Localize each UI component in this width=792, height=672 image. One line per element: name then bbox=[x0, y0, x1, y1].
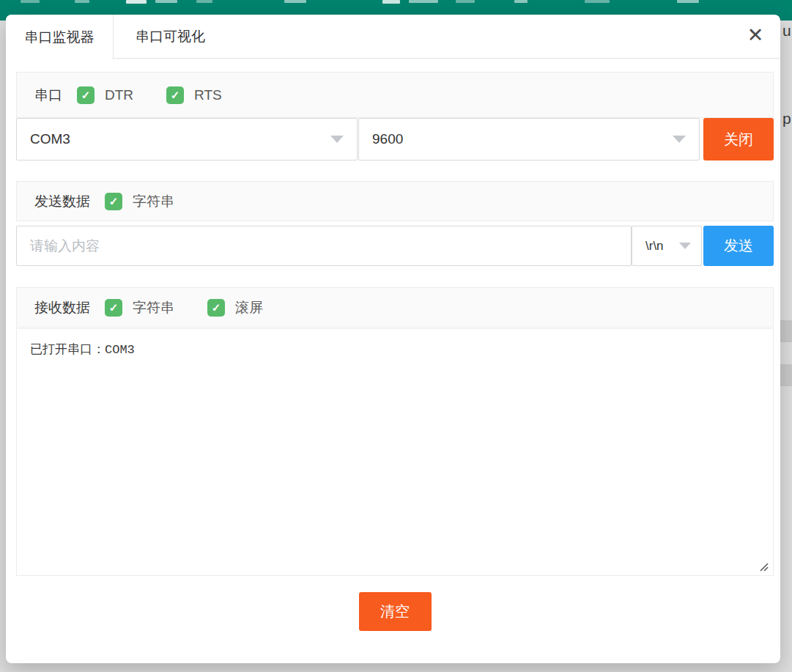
rts-checkbox[interactable]: ✓ bbox=[166, 86, 184, 104]
receive-log-port: COM3 bbox=[105, 343, 135, 357]
baud-select-value: 9600 bbox=[372, 131, 673, 147]
menubar-glyph-fragment bbox=[456, 0, 475, 3]
menubar-glyph-fragment bbox=[382, 0, 400, 4]
menubar-glyph-fragment bbox=[677, 0, 699, 3]
check-icon: ✓ bbox=[171, 89, 180, 102]
check-icon: ✓ bbox=[212, 301, 221, 314]
scroll-checkbox-label: 滚屏 bbox=[235, 298, 263, 317]
check-icon: ✓ bbox=[109, 301, 119, 314]
background-scrollbar-fragment bbox=[780, 364, 792, 386]
caret-down-icon bbox=[673, 136, 686, 143]
menubar-glyph-fragment bbox=[21, 0, 40, 3]
serial-monitor-dialog: 串口监视器 串口可视化 ✕ 串口 ✓ DTR ✓ RTS bbox=[6, 15, 780, 663]
receive-log-area[interactable]: 已打开串口：COM3 bbox=[16, 328, 774, 576]
menubar-glyph-fragment bbox=[585, 0, 610, 3]
menubar-glyph-fragment bbox=[284, 0, 306, 3]
send-string-checkbox-label: 字符串 bbox=[133, 192, 174, 211]
port-select-value: COM3 bbox=[30, 131, 330, 147]
tab-serial-visualization[interactable]: 串口可视化 bbox=[114, 15, 243, 58]
receive-section-label: 接收数据 bbox=[34, 298, 90, 317]
dtr-checkbox-group: ✓ DTR bbox=[77, 86, 133, 104]
serial-port-row: COM3 9600 关闭 bbox=[16, 118, 774, 160]
menubar-glyph-fragment bbox=[514, 0, 528, 3]
menubar-glyph-fragment bbox=[409, 0, 438, 3]
menubar-glyph-fragment bbox=[155, 0, 177, 3]
resize-handle-icon[interactable] bbox=[758, 561, 769, 572]
dtr-checkbox-label: DTR bbox=[105, 87, 133, 103]
send-string-checkbox[interactable]: ✓ bbox=[105, 193, 122, 210]
receive-section-header: 接收数据 ✓ 字符串 ✓ 滚屏 bbox=[16, 287, 774, 328]
close-icon: ✕ bbox=[747, 23, 764, 47]
send-string-checkbox-group: ✓ 字符串 bbox=[105, 192, 174, 211]
clear-button[interactable]: 清空 bbox=[359, 592, 432, 631]
serial-section-header: 串口 ✓ DTR ✓ RTS bbox=[16, 72, 774, 118]
menubar-glyph-fragment bbox=[75, 0, 89, 3]
serial-section-label: 串口 bbox=[34, 86, 62, 105]
baud-select[interactable]: 9600 bbox=[358, 118, 700, 160]
background-scrollbar-fragment bbox=[780, 320, 792, 342]
rts-checkbox-label: RTS bbox=[194, 87, 222, 103]
receive-string-checkbox-label: 字符串 bbox=[133, 298, 174, 317]
background-text-fragment: p bbox=[782, 110, 791, 128]
receive-string-checkbox[interactable]: ✓ bbox=[105, 299, 122, 317]
dialog-tabbar: 串口监视器 串口可视化 ✕ bbox=[6, 15, 780, 59]
scroll-checkbox-group: ✓ 滚屏 bbox=[207, 298, 263, 317]
check-icon: ✓ bbox=[109, 195, 119, 208]
tab-serial-visualization-label: 串口可视化 bbox=[136, 27, 205, 46]
tab-serial-monitor-label: 串口监视器 bbox=[25, 28, 95, 47]
tab-serial-monitor[interactable]: 串口监视器 bbox=[6, 15, 114, 59]
background-text-fragment: u bbox=[782, 22, 791, 40]
send-row: \r\n 发送 bbox=[16, 226, 774, 266]
caret-down-icon bbox=[679, 243, 691, 249]
rts-checkbox-group: ✓ RTS bbox=[166, 86, 222, 104]
line-ending-select[interactable]: \r\n bbox=[632, 226, 702, 266]
send-section-header: 发送数据 ✓ 字符串 bbox=[16, 181, 774, 221]
menubar-glyph-fragment bbox=[196, 0, 212, 3]
dialog-close-button[interactable]: ✕ bbox=[742, 21, 769, 50]
caret-down-icon bbox=[330, 136, 344, 143]
menubar-glyph-fragment bbox=[126, 0, 147, 4]
receive-string-checkbox-group: ✓ 字符串 bbox=[105, 298, 174, 317]
send-button[interactable]: 发送 bbox=[703, 226, 774, 266]
line-ending-value: \r\n bbox=[645, 239, 679, 254]
clear-button-row: 清空 bbox=[16, 592, 774, 631]
port-close-button[interactable]: 关闭 bbox=[703, 118, 774, 160]
check-icon: ✓ bbox=[81, 89, 91, 102]
dtr-checkbox[interactable]: ✓ bbox=[77, 86, 95, 104]
port-select[interactable]: COM3 bbox=[16, 118, 358, 160]
scroll-checkbox[interactable]: ✓ bbox=[207, 299, 225, 317]
send-section-label: 发送数据 bbox=[34, 192, 90, 211]
send-input[interactable] bbox=[16, 226, 632, 266]
receive-log-text: 已打开串口： bbox=[30, 342, 105, 356]
